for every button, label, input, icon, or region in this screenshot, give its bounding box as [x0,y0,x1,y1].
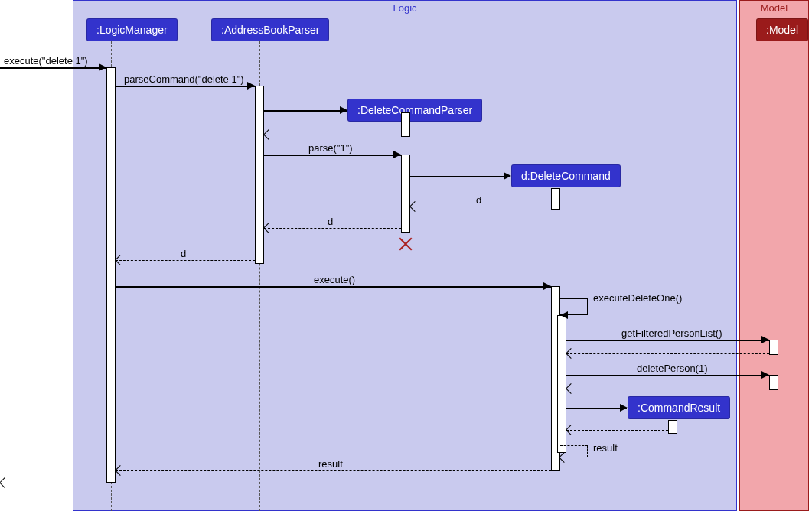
label-execute: execute() [314,274,355,285]
arrow-getfiltered [761,336,769,343]
participant-delete-command-parser: :DeleteCommandParser [347,99,482,122]
activation-command-result [668,420,677,434]
activation-delete-command-create [551,188,560,210]
arrow-self-exec-in [560,311,568,319]
msg-ret-d3 [116,260,255,261]
activation-delete-command-parser-1 [401,112,410,137]
label-parse-command: parseCommand("delete 1") [124,73,244,85]
msg-deleteperson [566,375,769,376]
arrow-execute [543,282,551,290]
label-deleteperson: deletePerson(1) [637,363,708,374]
arrow-create-dc [504,172,511,180]
msg-create-dcp [264,110,347,112]
label-ret-d2: d [328,216,333,227]
arrow-create-dcp [340,106,347,114]
participant-delete-command: d:DeleteCommand [511,164,621,187]
arrow-parse [393,151,401,158]
msg-execute-in [0,67,106,69]
arrow-parse-command [247,82,255,90]
label-ret-d3: d [181,248,186,259]
activation-address-book-parser [255,86,264,264]
msg-ret-d1 [410,207,551,207]
label-parse: parse("1") [308,142,353,154]
lifeline-model [774,41,774,511]
destroy-delete-command-parser [397,236,414,252]
msg-ret-out [0,483,106,483]
activation-model-1 [769,340,778,355]
label-getfiltered: getFilteredPersonList() [621,327,722,339]
logic-region-title: Logic [393,2,416,14]
label-executeDeleteOne: executeDeleteOne() [593,292,682,304]
msg-ret-d2 [264,228,401,229]
participant-command-result: :CommandResult [628,396,730,419]
activation-model-2 [769,375,778,390]
msg-execute [116,286,551,288]
model-region-title: Model [761,2,788,14]
participant-address-book-parser: :AddressBookParser [211,18,329,41]
activation-logic-manager [106,67,116,483]
msg-parse-command [116,86,255,87]
arrow-create-cr [620,404,628,412]
arrow-execute-in [99,63,106,71]
arrow-deleteperson [761,371,769,379]
msg-ret-getfiltered [566,353,769,354]
label-ret-d1: d [476,194,481,206]
participant-model: :Model [756,18,808,41]
msg-ret-result [116,470,551,471]
label-result: result [318,458,343,470]
msg-create-dc [410,176,510,177]
label-result-inner: result [593,442,618,454]
activation-delete-command-parser-2 [401,155,410,233]
msg-getfiltered [566,340,769,341]
activation-delete-command-inner [557,315,566,453]
msg-ret-deleteperson [566,389,769,389]
arrow-ret-out [0,477,10,488]
msg-ret-cr [566,430,668,431]
sequence-diagram: Logic Model :LogicManager :AddressBookPa… [0,0,812,511]
msg-parse [264,155,401,156]
msg-ret-dcp [264,135,401,135]
msg-create-cr [566,408,627,409]
label-execute-in: execute("delete 1") [4,55,88,67]
participant-logic-manager: :LogicManager [86,18,178,41]
